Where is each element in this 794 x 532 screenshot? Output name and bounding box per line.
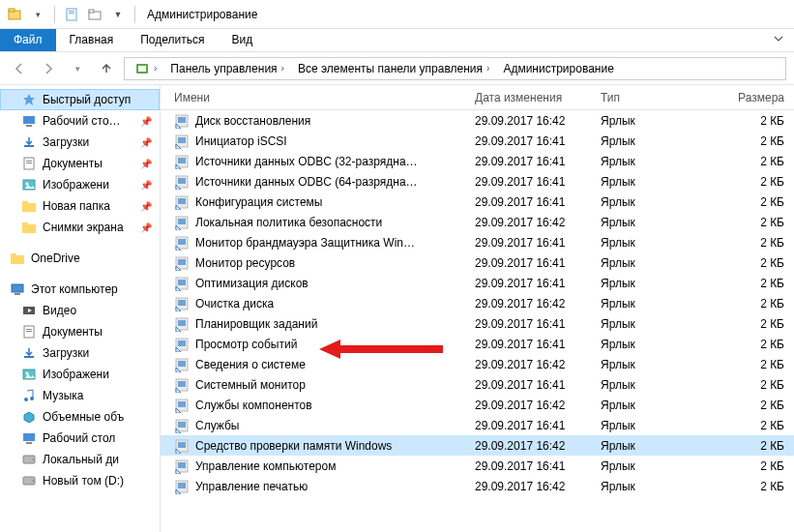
- column-header-size[interactable]: Размера: [707, 91, 794, 104]
- file-size-cell: 2 КБ: [707, 338, 794, 351]
- svg-marker-9: [23, 94, 35, 105]
- separator: [134, 6, 135, 23]
- file-type-cell: Ярлык: [591, 236, 707, 250]
- sidebar-pinned-item[interactable]: Новая папка📌: [0, 195, 160, 217]
- file-row[interactable]: Просмотр событий29.09.2017 16:41Ярлык2 К…: [161, 334, 794, 354]
- file-row[interactable]: Очистка диска29.09.2017 16:42Ярлык2 КБ: [161, 293, 794, 313]
- file-type-cell: Ярлык: [591, 338, 707, 351]
- file-row[interactable]: Источники данных ODBC (32-разрядна…29.09…: [161, 151, 794, 171]
- file-row[interactable]: Службы29.09.2017 16:41Ярлык2 КБ: [161, 415, 794, 435]
- column-header-name[interactable]: Имени: [161, 91, 465, 104]
- file-row[interactable]: Инициатор iSCSI29.09.2017 16:41Ярлык2 КБ: [161, 131, 794, 151]
- nav-back-icon[interactable]: [8, 57, 31, 80]
- file-row[interactable]: Монитор ресурсов29.09.2017 16:41Ярлык2 К…: [161, 252, 794, 273]
- nav-up-icon[interactable]: [95, 57, 118, 80]
- svg-rect-80: [178, 361, 186, 367]
- file-size-cell: 2 КБ: [707, 134, 794, 148]
- sidebar-quick-access[interactable]: Быстрый доступ: [0, 89, 160, 110]
- column-header-date[interactable]: Дата изменения: [465, 91, 591, 104]
- app-icon[interactable]: [4, 4, 25, 25]
- svg-rect-98: [178, 483, 186, 488]
- breadcrumb-root-icon[interactable]: ›: [129, 61, 162, 76]
- sidebar-pinned-item[interactable]: Изображени📌: [0, 174, 160, 195]
- file-size-cell: 2 КБ: [707, 419, 794, 432]
- explorer-body: Быстрый доступ Рабочий сто…📌Загрузки📌Док…: [0, 85, 794, 532]
- file-type-cell: Ярлык: [591, 399, 707, 412]
- nav-forward-icon[interactable]: [37, 57, 60, 80]
- svg-point-40: [32, 458, 34, 460]
- file-row[interactable]: Источники данных ODBC (64-разрядна…29.09…: [161, 171, 794, 192]
- tab-share[interactable]: Поделиться: [127, 29, 218, 51]
- svg-rect-12: [24, 145, 34, 147]
- sidebar-pc-item[interactable]: Видео: [0, 300, 160, 321]
- file-type-cell: Ярлык: [591, 134, 707, 148]
- sidebar-item-label: Новый том (D:): [43, 474, 124, 488]
- ribbon-expand-icon[interactable]: [763, 29, 794, 51]
- navigation-pane[interactable]: Быстрый доступ Рабочий сто…📌Загрузки📌Док…: [0, 85, 161, 532]
- sidebar-pc-item[interactable]: Загрузки: [0, 342, 160, 364]
- shortcut-icon: [174, 215, 190, 230]
- file-row[interactable]: Конфигурация системы29.09.2017 16:41Ярлы…: [161, 192, 794, 212]
- star-icon: [21, 92, 37, 107]
- breadcrumb-item[interactable]: Администрирование: [497, 62, 619, 75]
- address-bar: ▾ › Панель управления› Все элементы пане…: [0, 52, 794, 85]
- sidebar-pc-item[interactable]: Локальный ди: [0, 449, 160, 470]
- file-list[interactable]: Имени Дата изменения Тип Размера Диск во…: [161, 85, 794, 532]
- sidebar-pc-item[interactable]: Новый том (D:): [0, 470, 160, 491]
- svg-rect-8: [138, 66, 146, 72]
- new-folder-icon[interactable]: [84, 4, 105, 25]
- sidebar-pc-item[interactable]: Документы: [0, 321, 160, 342]
- file-type-cell: Ярлык: [591, 256, 707, 270]
- sidebar-pinned-item[interactable]: Рабочий сто…📌: [0, 110, 160, 132]
- breadcrumb-item[interactable]: Все элементы панели управления›: [292, 62, 495, 75]
- properties-icon[interactable]: [61, 4, 82, 25]
- folder-icon: [10, 251, 25, 266]
- file-row[interactable]: Оптимизация дисков29.09.2017 16:41Ярлык2…: [161, 273, 794, 293]
- pc-icon: [10, 281, 25, 297]
- file-row[interactable]: Управление печатью29.09.2017 16:42Ярлык2…: [161, 476, 794, 496]
- sidebar-this-pc[interactable]: Этот компьютер: [0, 279, 160, 300]
- file-name: Монитор ресурсов: [195, 256, 295, 270]
- file-row[interactable]: Системный монитор29.09.2017 16:41Ярлык2 …: [161, 374, 794, 395]
- file-row[interactable]: Планировщик заданий29.09.2017 16:41Ярлык…: [161, 313, 794, 334]
- svg-rect-53: [178, 178, 186, 184]
- svg-rect-14: [26, 161, 32, 162]
- svg-rect-50: [178, 158, 186, 163]
- sidebar-pc-item[interactable]: Изображени: [0, 364, 160, 385]
- svg-rect-24: [12, 284, 23, 292]
- qat-dropdown-icon[interactable]: ▾: [27, 4, 48, 25]
- file-name: Планировщик заданий: [195, 317, 317, 331]
- tab-view[interactable]: Вид: [218, 29, 266, 51]
- downloads-icon: [21, 134, 37, 150]
- file-row[interactable]: Службы компонентов29.09.2017 16:42Ярлык2…: [161, 395, 794, 415]
- file-row[interactable]: Средство проверки памяти Windows29.09.20…: [161, 435, 794, 456]
- file-type-cell: Ярлык: [591, 114, 707, 128]
- shortcut-icon: [174, 194, 190, 210]
- file-date-cell: 29.09.2017 16:41: [465, 256, 591, 270]
- tab-home[interactable]: Главная: [56, 29, 128, 51]
- file-row[interactable]: Управление компьютером29.09.2017 16:41Яр…: [161, 456, 794, 476]
- sidebar-pinned-item[interactable]: Загрузки📌: [0, 132, 160, 153]
- file-size-cell: 2 КБ: [707, 399, 794, 412]
- file-row[interactable]: Локальная политика безопасности29.09.201…: [161, 212, 794, 232]
- sidebar-pinned-item[interactable]: Документы📌: [0, 153, 160, 174]
- sidebar-pc-item[interactable]: Рабочий стол: [0, 428, 160, 449]
- svg-point-42: [32, 480, 34, 482]
- file-row[interactable]: Сведения о системе29.09.2017 16:42Ярлык2…: [161, 354, 794, 374]
- svg-rect-15: [26, 163, 32, 163]
- sidebar-pinned-item[interactable]: Снимки экрана📌: [0, 217, 160, 238]
- qat-customize-icon[interactable]: ▼: [107, 4, 129, 25]
- breadcrumb[interactable]: › Панель управления› Все элементы панели…: [124, 57, 786, 80]
- tab-file[interactable]: Файл: [0, 29, 56, 51]
- file-name-cell: Службы: [161, 418, 465, 433]
- sidebar-pc-item[interactable]: Музыка: [0, 385, 160, 406]
- sidebar-pc-item[interactable]: Объемные объ: [0, 406, 160, 428]
- nav-recent-icon[interactable]: ▾: [66, 57, 89, 80]
- breadcrumb-item[interactable]: Панель управления›: [164, 62, 290, 75]
- file-row[interactable]: Диск восстановления29.09.2017 16:42Ярлык…: [161, 110, 794, 131]
- desktop-icon: [21, 430, 37, 446]
- file-row[interactable]: Монитор брандмауэра Защитника Win…29.09.…: [161, 232, 794, 252]
- sidebar-onedrive[interactable]: OneDrive: [0, 248, 160, 269]
- file-date-cell: 29.09.2017 16:42: [465, 114, 591, 128]
- column-header-type[interactable]: Тип: [591, 91, 707, 104]
